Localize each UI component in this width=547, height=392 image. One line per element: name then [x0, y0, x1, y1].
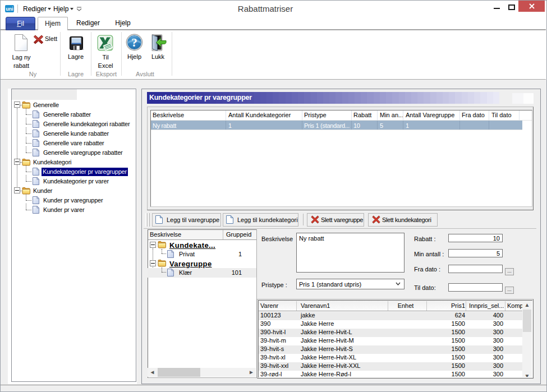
- svg-text:?: ?: [131, 36, 137, 49]
